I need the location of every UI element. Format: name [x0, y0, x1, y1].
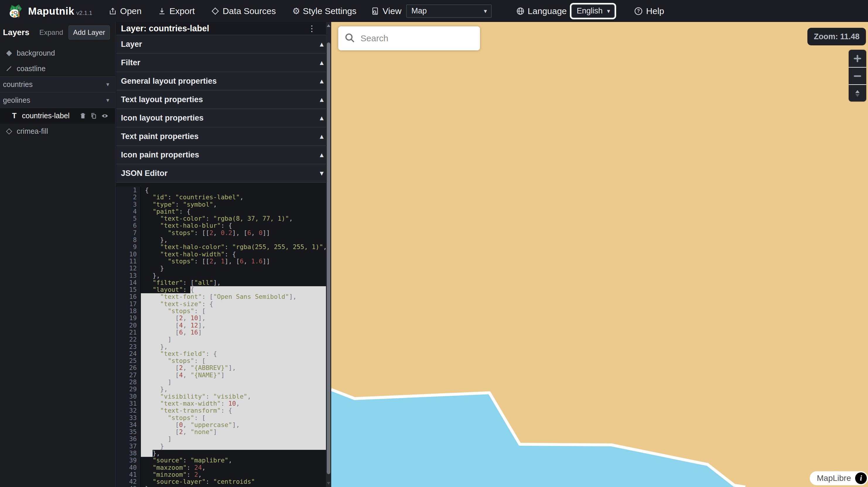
line-number: 13	[116, 272, 141, 279]
line-number: 36	[116, 435, 141, 443]
layer-editor-panel: Layer: countries-label ⋮ Layer▲Filter▲Ge…	[116, 22, 331, 487]
section-label: JSON Editor	[121, 169, 167, 178]
line-number: 27	[116, 372, 141, 379]
language-menu: Language English ▾	[516, 4, 615, 18]
search-input[interactable]	[361, 33, 474, 43]
collapse-arrow-icon: ▼	[320, 170, 323, 176]
section-label: Text layout properties	[121, 95, 203, 104]
line-number: 15	[116, 286, 141, 293]
map-attribution: MapLibre i	[810, 471, 868, 485]
code-line: 35 [2, "none"]	[116, 428, 326, 435]
layer-item-countries-label[interactable]: Tcountries-label	[0, 108, 115, 124]
code-line: 24 "text-field": {	[116, 350, 326, 357]
layer-item-crimea-fill[interactable]: crimea-fill	[0, 124, 115, 139]
language-label: Language	[528, 6, 567, 16]
maputnik-app: Maputnik v2.1.1 OpenExportData Sources⚙S…	[0, 0, 868, 487]
section-label: Text paint properties	[121, 132, 198, 141]
panel-title: Layer: countries-label	[121, 24, 209, 33]
layers-sidebar: Layers Expand Add Layer backgroundcoastl…	[0, 22, 116, 487]
code-line: 22 ]	[116, 336, 326, 343]
maputnik-logo	[8, 3, 24, 19]
property-sections: Layer▲Filter▲General layout properties▲T…	[116, 35, 331, 182]
delete-layer-icon[interactable]	[80, 112, 86, 120]
svg-text:?: ?	[637, 8, 640, 13]
view-select[interactable]: Map ▾	[406, 4, 492, 18]
panel-scrollbar[interactable]	[326, 22, 331, 487]
section-label: Layer	[121, 40, 142, 49]
section-text-layout-properties[interactable]: Text layout properties▲	[116, 90, 331, 108]
code-line: 34 [0, "uppercase"],	[116, 421, 326, 428]
help-button[interactable]: ? Help	[634, 6, 664, 16]
pitch-toggle-button[interactable]	[849, 84, 866, 102]
code-line: 20 [4, 12],	[116, 322, 326, 329]
code-line: 15 "layout": {	[116, 286, 326, 293]
menu-open[interactable]: Open	[108, 6, 142, 16]
code-line: 2 "id": "countries-label",	[116, 194, 326, 201]
json-editor[interactable]: 1{2 "id": "countries-label",3 "type": "s…	[116, 182, 326, 487]
layer-item-background[interactable]: background	[0, 45, 115, 61]
layer-actions	[80, 112, 115, 120]
zoom-in-button[interactable]	[849, 50, 866, 67]
chevron-down-icon: ▾	[484, 8, 487, 14]
layer-group-countries[interactable]: countries▾	[0, 76, 115, 92]
line-number: 10	[116, 251, 141, 258]
add-layer-button[interactable]: Add Layer	[68, 26, 110, 39]
map-canvas[interactable]: Zoom: 11.48 MapLibre i	[331, 22, 868, 487]
layer-item-coastline[interactable]: coastline	[0, 61, 115, 76]
line-number: 21	[116, 329, 141, 336]
code-line: 39 "source": "maplibre",	[116, 457, 326, 464]
symbol-layer-icon: T	[10, 111, 18, 120]
help-icon: ?	[634, 7, 643, 15]
expand-arrow-icon: ▲	[320, 152, 323, 158]
line-number: 24	[116, 350, 141, 357]
expand-button[interactable]: Expand	[39, 28, 63, 37]
attribution-link[interactable]: MapLibre	[817, 474, 851, 483]
code-line: 19 [2, 10],	[116, 315, 326, 322]
line-number: 38	[116, 450, 141, 457]
code-line: 37 }	[116, 443, 326, 450]
code-line: 28 ]	[116, 379, 326, 386]
code-line: 36 ]	[116, 435, 326, 443]
menu-export[interactable]: Export	[158, 6, 195, 16]
kebab-menu-icon[interactable]: ⋮	[308, 24, 316, 33]
chevron-down-icon[interactable]: ▾	[106, 81, 109, 88]
section-text-paint-properties[interactable]: Text paint properties▲	[116, 127, 331, 145]
chevron-down-icon: ▾	[607, 8, 610, 14]
attribution-info-button[interactable]: i	[855, 473, 867, 484]
scrollbar-up-arrow-icon[interactable]	[327, 24, 330, 27]
menu-label: Open	[120, 6, 142, 16]
expand-arrow-icon: ▲	[320, 78, 323, 84]
menu-style-settings[interactable]: ⚙Style Settings	[292, 6, 356, 16]
code-line: 17 "text-size": {	[116, 300, 326, 307]
chevron-down-icon[interactable]: ▾	[106, 97, 109, 104]
code-line: 30 "visibility": "visible",	[116, 393, 326, 400]
section-filter[interactable]: Filter▲	[116, 53, 331, 72]
duplicate-layer-icon[interactable]	[90, 112, 97, 120]
section-json-editor[interactable]: JSON Editor▼	[116, 164, 331, 182]
zoom-level-badge: Zoom: 11.48	[807, 28, 866, 45]
line-number: 9	[116, 244, 141, 251]
scrollbar-down-arrow-icon[interactable]	[327, 482, 330, 485]
layer-item-label: background	[17, 49, 55, 57]
view-menu: View Map ▾	[371, 4, 491, 18]
section-general-layout-properties[interactable]: General layout properties▲	[116, 72, 331, 90]
line-number: 17	[116, 300, 141, 307]
layer-group-geolines[interactable]: geolines▾	[0, 92, 115, 108]
code-line: 25 "stops": [	[116, 357, 326, 364]
visibility-eye-icon[interactable]	[101, 112, 108, 120]
code-line: 13 },	[116, 272, 326, 279]
code-line: 3 "type": "symbol",	[116, 201, 326, 208]
zoom-out-button[interactable]	[849, 67, 866, 84]
section-layer[interactable]: Layer▲	[116, 35, 331, 53]
scrollbar-thumb[interactable]	[327, 42, 330, 474]
section-icon-paint-properties[interactable]: Icon paint properties▲	[116, 145, 331, 164]
layer-list: backgroundcoastlinecountries▾geolines▾Tc…	[0, 45, 115, 139]
line-number: 33	[116, 414, 141, 421]
menu-data-sources[interactable]: Data Sources	[211, 6, 276, 16]
layer-item-label: countries-label	[22, 111, 70, 120]
menu-label: Style Settings	[303, 6, 356, 16]
section-icon-layout-properties[interactable]: Icon layout properties▲	[116, 108, 331, 127]
layers-header: Layers Expand Add Layer	[0, 22, 115, 43]
language-select[interactable]: English ▾	[571, 4, 615, 18]
code-line: 11 "stops": [[2, 1], [6, 1.6]]	[116, 258, 326, 265]
